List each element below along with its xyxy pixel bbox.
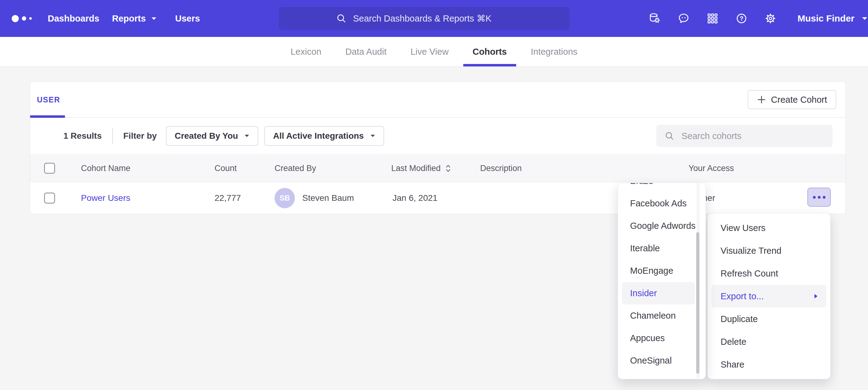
chevron-down-icon: [861, 16, 868, 21]
scrollbar-thumb[interactable]: [696, 232, 699, 374]
help-icon[interactable]: ?: [735, 12, 748, 25]
table-row: Power Users 22,777 SB Steven Baum Jan 6,…: [30, 183, 845, 214]
menu-item-appcues[interactable]: Appcues: [618, 327, 706, 349]
tab-label: Live View: [411, 47, 449, 57]
top-navbar: Dashboards Reports Users: [0, 0, 868, 37]
nav-reports-label: Reports: [112, 13, 146, 24]
logo-dot: [22, 16, 26, 21]
menu-item-insider[interactable]: Insider: [622, 282, 695, 304]
logo-dot: [29, 17, 32, 20]
filter-by-label: Filter by: [123, 131, 157, 141]
export-destinations-menu: Braze Facebook Ads Google Adwords Iterab…: [618, 183, 706, 379]
chevron-down-icon: [370, 134, 375, 138]
menu-item-view-users[interactable]: View Users: [708, 217, 830, 239]
navbar-right-actions: ? Music Finder: [649, 0, 868, 37]
tab-label: Data Audit: [345, 47, 386, 57]
avatar: SB: [275, 188, 295, 208]
tab-user-cohorts[interactable]: USER: [30, 82, 65, 117]
cohort-search-input[interactable]: [681, 131, 825, 141]
search-icon: [664, 131, 675, 141]
menu-item-export-to-label: Export to...: [720, 291, 764, 301]
cohort-type-tabs: USER Create Cohort: [30, 82, 845, 118]
cohort-count: 22,777: [215, 193, 241, 203]
cohorts-panel: USER Create Cohort 1 Results Filter by C…: [30, 82, 846, 213]
chevron-down-icon: [244, 134, 250, 138]
dot-icon: [818, 196, 820, 199]
tab-live-view[interactable]: Live View: [401, 37, 458, 66]
dot-icon: [823, 196, 826, 199]
column-count[interactable]: Count: [215, 164, 237, 173]
column-last-modified-label: Last Modified: [391, 164, 441, 173]
create-cohort-button[interactable]: Create Cohort: [748, 90, 836, 109]
menu-item-facebook-ads[interactable]: Facebook Ads: [618, 192, 706, 215]
menu-item-visualize-trend[interactable]: Visualize Trend: [708, 239, 830, 262]
column-description[interactable]: Description: [480, 164, 522, 173]
tab-label: Integrations: [531, 47, 578, 57]
filter-created-by[interactable]: Created By You: [166, 126, 258, 146]
settings-gear-icon[interactable]: [764, 12, 777, 25]
logo-dot: [12, 15, 19, 22]
app-window: Dashboards Reports Users: [0, 0, 868, 390]
nav-reports[interactable]: Reports: [112, 0, 157, 37]
created-by-cell: SB Steven Baum: [275, 188, 354, 208]
svg-text:?: ?: [740, 15, 743, 22]
global-search[interactable]: [279, 7, 569, 30]
tab-cohorts[interactable]: Cohorts: [463, 37, 516, 66]
cohort-search[interactable]: [656, 125, 833, 147]
menu-item-moengage[interactable]: MoEngage: [618, 260, 706, 282]
menu-item-iterable[interactable]: Iterable: [618, 237, 706, 260]
cohort-name-link[interactable]: Power Users: [81, 193, 130, 203]
data-management-icon[interactable]: [649, 12, 661, 25]
menu-item-onesignal[interactable]: OneSignal: [618, 349, 706, 372]
filter-created-by-label: Created By You: [175, 131, 238, 141]
tab-lexicon[interactable]: Lexicon: [281, 37, 331, 66]
plus-icon: [757, 95, 766, 104]
row-actions-button[interactable]: [807, 188, 831, 207]
dot-icon: [813, 196, 816, 199]
project-selector[interactable]: Music Finder: [798, 13, 868, 24]
column-created-by[interactable]: Created By: [275, 164, 316, 173]
table-header: Cohort Name Count Created By Last Modifi…: [30, 154, 845, 183]
tab-user-label: USER: [37, 95, 60, 104]
column-cohort-name[interactable]: Cohort Name: [81, 164, 130, 173]
create-cohort-label: Create Cohort: [771, 95, 827, 105]
menu-item-share[interactable]: Share: [708, 353, 830, 376]
filter-toolbar: 1 Results Filter by Created By You All A…: [30, 118, 845, 154]
menu-item-google-adwords[interactable]: Google Adwords: [618, 215, 706, 237]
column-last-modified[interactable]: Last Modified: [391, 164, 451, 173]
menu-item-refresh-count[interactable]: Refresh Count: [708, 262, 830, 285]
nav-users[interactable]: Users: [175, 0, 200, 37]
column-your-access[interactable]: Your Access: [688, 164, 734, 173]
export-destinations-list: Braze Facebook Ads Google Adwords Iterab…: [618, 183, 706, 372]
global-search-input[interactable]: [352, 13, 513, 24]
nav-dashboards[interactable]: Dashboards: [48, 0, 99, 37]
sort-icon: [445, 164, 451, 173]
nav-dashboards-label: Dashboards: [48, 13, 99, 24]
tab-integrations[interactable]: Integrations: [522, 37, 587, 66]
filter-integrations[interactable]: All Active Integrations: [265, 126, 384, 146]
nav-users-label: Users: [175, 13, 200, 24]
last-modified-value: Jan 6, 2021: [393, 193, 437, 203]
mixpanel-logo-icon[interactable]: [12, 0, 32, 37]
menu-item-chameleon[interactable]: Chameleon: [618, 304, 706, 327]
submenu-arrow-icon: [813, 293, 818, 299]
search-icon: [336, 13, 347, 24]
tab-data-audit[interactable]: Data Audit: [336, 37, 396, 66]
tab-label: Lexicon: [290, 47, 321, 57]
apps-grid-icon[interactable]: [706, 12, 719, 25]
tab-label: Cohorts: [472, 47, 507, 57]
filter-integrations-label: All Active Integrations: [273, 131, 364, 141]
chevron-down-icon: [151, 17, 157, 21]
row-checkbox[interactable]: [44, 193, 55, 204]
project-name: Music Finder: [798, 13, 855, 24]
results-count: 1 Results: [63, 131, 102, 141]
feedback-chat-icon[interactable]: [678, 12, 690, 25]
row-context-menu: View Users Visualize Trend Refresh Count…: [707, 213, 831, 379]
menu-item-delete[interactable]: Delete: [708, 330, 830, 353]
created-by-name: Steven Baum: [302, 193, 354, 203]
menu-item-export-to[interactable]: Export to...: [711, 285, 827, 307]
menu-item-duplicate[interactable]: Duplicate: [708, 307, 830, 330]
divider: [112, 128, 113, 144]
select-all-checkbox[interactable]: [44, 163, 55, 174]
menu-item-braze[interactable]: Braze: [618, 183, 706, 192]
